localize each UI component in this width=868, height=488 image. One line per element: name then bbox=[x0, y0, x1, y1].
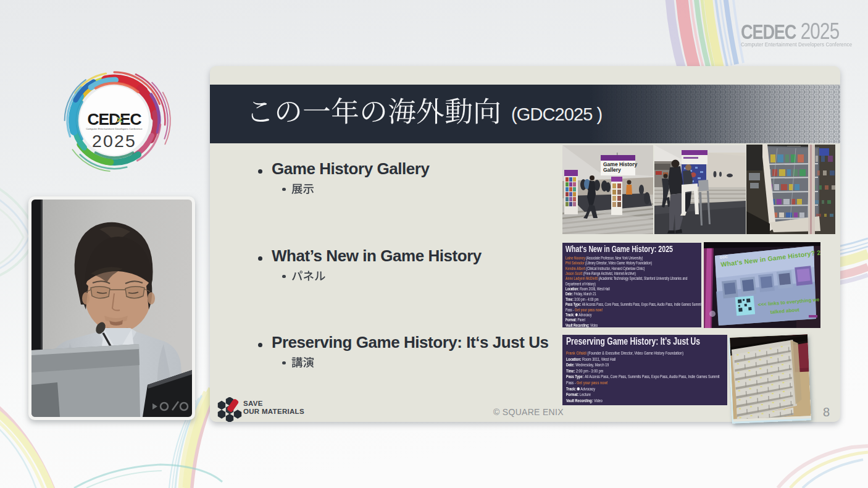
svg-text:Gallery: Gallery bbox=[603, 167, 621, 173]
svg-text:Computer Entertainment Develop: Computer Entertainment Developers Confer… bbox=[86, 127, 143, 130]
svg-text:OUR MATERIALS: OUR MATERIALS bbox=[243, 408, 304, 415]
svg-text:SAVE: SAVE bbox=[243, 400, 263, 407]
svg-text:CEDEC: CEDEC bbox=[87, 110, 141, 128]
svg-text:2025: 2025 bbox=[92, 131, 136, 151]
